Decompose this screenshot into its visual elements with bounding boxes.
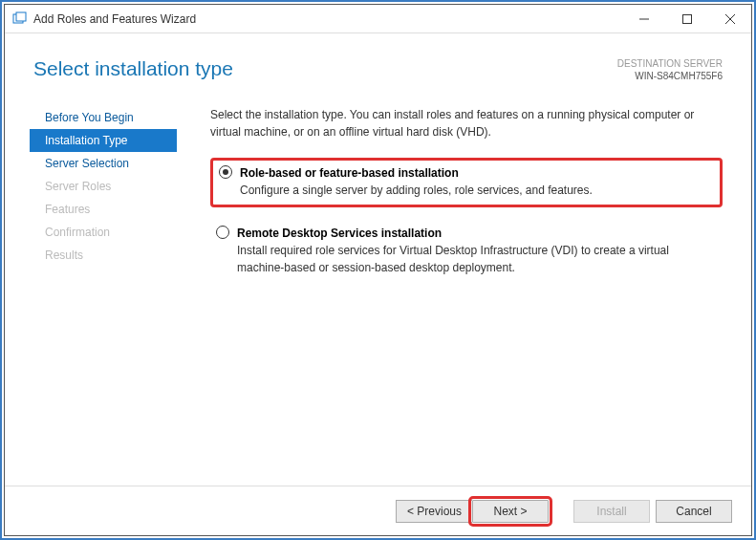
option-title: Remote Desktop Services installation (237, 225, 719, 242)
destination-name: WIN-S84CMH755F6 (617, 70, 723, 82)
option-text: Role-based or feature-based installation… (240, 164, 712, 199)
svg-rect-3 (682, 14, 691, 23)
close-button[interactable] (708, 5, 751, 32)
sidebar-item-before-you-begin[interactable]: Before You Begin (33, 106, 177, 129)
destination-server-block: DESTINATION SERVER WIN-S84CMH755F6 (617, 57, 723, 82)
window-controls (622, 5, 751, 32)
install-button: Install (573, 500, 650, 523)
svg-rect-1 (16, 12, 26, 21)
option-desc: Configure a single server by adding role… (240, 182, 712, 199)
sidebar-item-results: Results (33, 244, 177, 267)
sidebar-item-server-roles: Server Roles (33, 175, 177, 198)
wizard-window: Add Roles and Features Wizard Select ins… (4, 4, 752, 536)
header: Select installation type DESTINATION SER… (5, 33, 751, 92)
option-remote-desktop[interactable]: Remote Desktop Services installation Ins… (210, 221, 723, 282)
destination-label: DESTINATION SERVER (617, 57, 723, 70)
maximize-button[interactable] (665, 5, 708, 32)
sidebar-item-server-selection[interactable]: Server Selection (33, 152, 177, 175)
option-text: Remote Desktop Services installation Ins… (237, 225, 719, 276)
previous-button[interactable]: < Previous (396, 500, 472, 523)
minimize-button[interactable] (622, 5, 665, 32)
sidebar-item-installation-type[interactable]: Installation Type (30, 129, 177, 152)
option-role-based[interactable]: Role-based or feature-based installation… (210, 158, 723, 207)
sidebar-item-features: Features (33, 198, 177, 221)
intro-text: Select the installation type. You can in… (210, 106, 723, 140)
option-desc: Install required role services for Virtu… (237, 242, 719, 276)
option-title: Role-based or feature-based installation (240, 164, 712, 182)
footer: < Previous Next > Install Cancel (5, 486, 751, 535)
cancel-button[interactable]: Cancel (656, 500, 732, 523)
radio-role-based[interactable] (219, 165, 232, 179)
next-button[interactable]: Next > (472, 500, 549, 523)
body: Before You Begin Installation Type Serve… (5, 92, 751, 486)
outer-highlight-frame: Add Roles and Features Wizard Select ins… (0, 0, 756, 540)
page-title: Select installation type (33, 57, 233, 80)
titlebar: Add Roles and Features Wizard (5, 5, 751, 33)
radio-remote-desktop[interactable] (216, 226, 229, 239)
sidebar: Before You Begin Installation Type Serve… (5, 92, 177, 486)
window-title: Add Roles and Features Wizard (33, 12, 622, 26)
sidebar-item-confirmation: Confirmation (33, 221, 177, 244)
app-icon (12, 11, 28, 27)
nav-button-group: < Previous Next > (396, 500, 549, 523)
content-pane: Select the installation type. You can in… (177, 92, 751, 486)
